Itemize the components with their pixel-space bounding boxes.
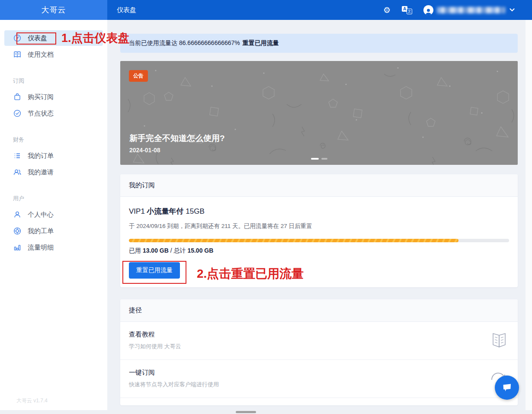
book-icon xyxy=(491,332,507,351)
carousel-dot[interactable] xyxy=(321,158,327,160)
carousel-dot-active[interactable] xyxy=(311,158,319,160)
sidebar-item-label: 购买订阅 xyxy=(28,93,54,101)
sidebar-item-my-tickets[interactable]: 我的工单 xyxy=(4,223,103,239)
shopping-bag-icon xyxy=(13,93,22,101)
person-icon xyxy=(13,210,22,219)
sidebar-item-node-status[interactable]: 节点状态 xyxy=(4,106,103,121)
brand-logo[interactable]: 大哥云 xyxy=(0,0,107,20)
chat-bubble-icon xyxy=(501,382,513,394)
translate-wen-glyph: 文 xyxy=(407,9,412,14)
settings-gear-icon[interactable]: ⚙ xyxy=(383,6,391,14)
sidebar-section-user: 用户 xyxy=(13,195,107,202)
user-menu[interactable] xyxy=(423,5,515,15)
dashboard-gauge-icon xyxy=(13,34,22,42)
alert-reset-link[interactable]: 重置已用流量 xyxy=(243,39,279,47)
app-root: 大哥云 仪表盘 ⚙ A 文 xyxy=(0,0,532,414)
app-version: 大哥云 v1.7.4 xyxy=(16,397,48,404)
traffic-progress-fill xyxy=(129,239,458,242)
sidebar-item-label: 个人中心 xyxy=(28,211,54,219)
sidebar: 仪表盘 使用文档 订阅 购买订阅 节点状态 财务 xyxy=(0,20,107,410)
shortcut-row-clipped[interactable] xyxy=(120,398,518,405)
traffic-usage-alert: 当前已使用流量达 86.66666666666667% 重置已用流量 xyxy=(120,34,518,53)
subscription-card: 我的订阅 VIP1 小流量年付 15GB 于 2024/09/16 到期，距离到… xyxy=(120,174,518,287)
sidebar-item-docs[interactable]: 使用文档 xyxy=(4,47,103,62)
sidebar-item-my-invites[interactable]: 我的邀请 xyxy=(4,164,103,180)
traffic-progress-bar xyxy=(129,239,509,242)
sidebar-item-label: 流量明细 xyxy=(28,244,54,252)
people-icon xyxy=(13,168,22,177)
support-chat-button[interactable] xyxy=(495,375,519,400)
sidebar-item-label: 我的订单 xyxy=(28,152,54,160)
reset-traffic-button[interactable]: 重置已用流量 xyxy=(129,262,180,279)
bar-chart-icon xyxy=(13,243,22,252)
open-book-icon xyxy=(13,50,22,59)
sidebar-item-buy-subscription[interactable]: 购买订阅 xyxy=(4,89,103,105)
user-email-redacted xyxy=(437,7,505,13)
sidebar-item-label: 节点状态 xyxy=(28,109,54,118)
announcement-date: 2024-01-08 xyxy=(129,147,160,154)
shortcut-one-click-subscribe[interactable]: 一键订阅 快速将节点导入对应客户端进行使用 xyxy=(120,360,518,398)
sidebar-section-subscription: 订阅 xyxy=(13,77,107,85)
alert-text: 当前已使用流量达 86.66666666666667% xyxy=(129,39,240,47)
sidebar-item-label: 使用文档 xyxy=(28,51,54,59)
language-translate-icon[interactable]: A 文 xyxy=(402,6,412,14)
bottom-strip xyxy=(0,410,532,414)
carousel-pagination xyxy=(311,158,327,160)
avatar xyxy=(423,5,433,15)
usage-summary: 已用 13.00 GB / 总计 15.00 GB xyxy=(129,247,509,255)
announcement-badge: 公告 xyxy=(129,70,148,82)
life-ring-icon xyxy=(13,227,22,235)
page-title: 仪表盘 xyxy=(117,0,136,20)
sidebar-section-finance: 财务 xyxy=(13,136,107,144)
check-circle-icon xyxy=(13,109,22,118)
horizontal-scrollbar-thumb[interactable] xyxy=(236,411,256,413)
shortcuts-card: 捷径 查看教程 学习如何使用 大哥云 一键订阅 快速将节点导入对应客户端进行使用 xyxy=(120,299,518,405)
top-header: 大哥云 仪表盘 ⚙ A 文 xyxy=(0,0,532,20)
list-icon xyxy=(13,151,22,160)
plan-title: VIP1 小流量年付 15GB xyxy=(129,206,509,216)
sidebar-item-label: 仪表盘 xyxy=(28,34,47,42)
plan-expiry-text: 于 2024/09/16 到期，距离到期还有 211 天。已用流量将在 27 日… xyxy=(129,222,509,230)
shortcut-view-tutorial[interactable]: 查看教程 学习如何使用 大哥云 xyxy=(120,322,518,360)
sidebar-item-my-orders[interactable]: 我的订单 xyxy=(4,148,103,164)
announcement-title[interactable]: 新手完全不知道怎么使用? xyxy=(129,133,225,144)
banner-pattern xyxy=(120,61,518,165)
announcement-banner[interactable]: 公告 新手完全不知道怎么使用? 2024-01-08 xyxy=(120,61,518,165)
sidebar-item-label: 我的邀请 xyxy=(28,168,54,177)
sidebar-item-dashboard[interactable]: 仪表盘 xyxy=(4,30,103,46)
main-area: 当前已使用流量达 86.66666666666667% 重置已用流量 xyxy=(107,20,526,410)
subscription-card-title: 我的订阅 xyxy=(120,174,518,197)
shortcuts-card-title: 捷径 xyxy=(120,299,518,322)
sidebar-item-profile[interactable]: 个人中心 xyxy=(4,207,103,222)
sidebar-item-traffic-detail[interactable]: 流量明细 xyxy=(4,240,103,255)
vertical-scrollbar-track[interactable] xyxy=(526,20,532,414)
sidebar-item-label: 我的工单 xyxy=(28,227,54,235)
chevron-down-icon xyxy=(510,8,515,12)
